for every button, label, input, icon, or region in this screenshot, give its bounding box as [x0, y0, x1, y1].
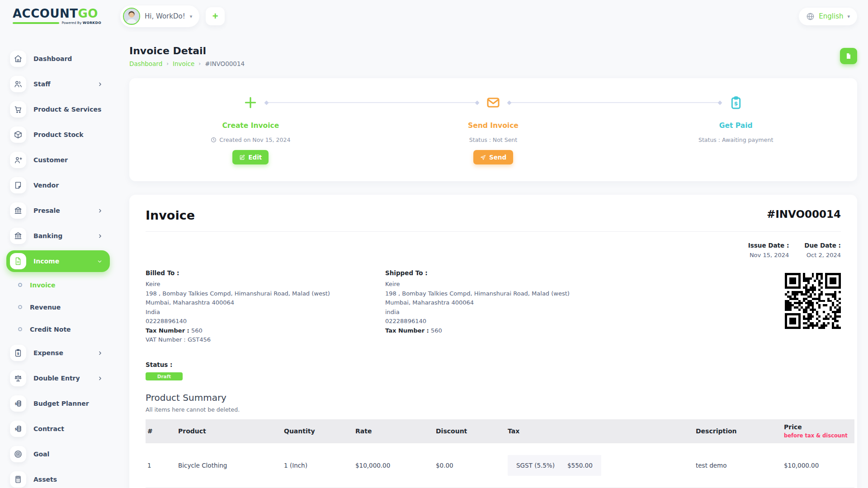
shipped-to-heading: Shipped To : [385, 269, 785, 277]
sidebar-item-label: Staff [33, 80, 51, 88]
step-connector [509, 102, 721, 103]
chevron-icon [97, 350, 103, 356]
mail-icon [481, 94, 505, 112]
step-meta-text: Created on Nov 15, 2024 [219, 136, 290, 143]
sidebar-item-assets[interactable]: Assets [0, 467, 118, 488]
language-selector[interactable]: English ▾ [799, 8, 857, 25]
main-content: Invoice Detail Dashboard › Invoice › #IN… [118, 33, 868, 488]
chevron-icon [97, 233, 103, 239]
sidebar-item-label: Double Entry [33, 375, 80, 382]
invoice-title: Invoice [146, 208, 195, 222]
shipped-to-block: Shipped To : Keire 198 , Bombay Talkies … [385, 269, 785, 345]
calculator-icon [10, 471, 26, 488]
invoice-dates: Issue Date : Nov 15, 2024 Due Date : Oct… [146, 242, 841, 258]
step-meta-text: Status : Not Sent [469, 136, 517, 143]
sidebar-item-contract[interactable]: $ Contract [0, 416, 118, 441]
logo-text-primary: ACCOUNT [13, 7, 78, 20]
sidebar-subitem-label: Revenue [30, 304, 61, 311]
chevron-down-icon: ▾ [190, 14, 193, 19]
billed-to-address1: 198 , Bombay Talkies Compd, Himanshurai … [146, 289, 385, 299]
edit-button[interactable]: Edit [232, 150, 269, 164]
cell-description: test demo [694, 443, 782, 488]
product-summary-subtitle: All items here cannot be deleted. [146, 406, 841, 413]
shipped-to-country: india [385, 308, 785, 317]
sidebar-item-label: Budget Planner [33, 400, 89, 407]
chevron-down-icon: ▾ [847, 14, 850, 19]
billed-to-name: Keire [146, 280, 385, 289]
sidebar-item-label: Vendor [33, 182, 59, 189]
billed-to-phone: 02228896140 [146, 317, 385, 326]
cell-tax: SGST (5.5%) $550.00 [506, 443, 694, 488]
table-row: 1 Bicycle Clothing 1 (Inch) $10,000.00 $… [146, 443, 854, 488]
chevron-icon [97, 208, 103, 214]
col-description: Description [694, 419, 782, 443]
invoice-card: Invoice #INVO00014 Issue Date : Nov 15, … [129, 195, 857, 488]
sidebar-item-label: Product Stock [33, 131, 84, 138]
due-date-value: Oct 2, 2024 [804, 252, 841, 258]
sidebar-item-staff[interactable]: Staff [0, 71, 118, 97]
breadcrumb-dashboard[interactable]: Dashboard [129, 60, 162, 67]
cell-product: Bicycle Clothing [176, 443, 282, 488]
users-icon [10, 76, 26, 92]
billed-to-country: India [146, 308, 385, 317]
language-label: English [819, 12, 843, 20]
sidebar-item-label: Goal [33, 450, 49, 458]
pencil-icon [239, 155, 245, 160]
step-send-invoice: Send Invoice Status : Not Sent Send [372, 94, 615, 164]
step-create-invoice: Create Invoice Created on Nov 15, 2024 E… [129, 94, 372, 164]
col-num: # [146, 419, 176, 443]
sidebar-item-label: Dashboard [33, 55, 72, 62]
sidebar-item-budget-planner[interactable]: $ Budget Planner [0, 391, 118, 416]
svg-text:$: $ [15, 427, 17, 431]
sidebar-item-revenue[interactable]: Revenue [0, 296, 118, 318]
shipped-to-tax-number: Tax Number : 560 [385, 326, 785, 336]
invoice-qr-code [785, 273, 841, 329]
billed-to-vat-number: VAT Number : GST456 [146, 335, 385, 345]
sidebar-item-customer[interactable]: Customer [0, 147, 118, 173]
cell-quantity: 1 (Inch) [282, 443, 354, 488]
svg-text:$: $ [734, 100, 738, 107]
sidebar-item-label: Customer [33, 156, 68, 164]
status-badge: Draft [146, 372, 183, 380]
globe-icon [806, 12, 815, 21]
export-document-button[interactable] [840, 48, 857, 64]
user-menu[interactable]: Hi, WorkDo! ▾ [120, 5, 199, 27]
step-title: Create Invoice [222, 122, 279, 130]
sidebar-item-product-services[interactable]: Product & Services [0, 97, 118, 122]
breadcrumb-current: #INVO00014 [205, 60, 245, 67]
paid-clipboard-icon: $ [724, 94, 748, 112]
send-button[interactable]: Send [473, 150, 513, 164]
cell-num: 1 [146, 443, 176, 488]
sidebar-item-product-stock[interactable]: Product Stock [0, 122, 118, 147]
sidebar-item-invoice[interactable]: Invoice [0, 274, 118, 296]
sidebar-item-dashboard[interactable]: Dashboard [0, 46, 118, 71]
chevron-right-icon: › [198, 61, 201, 67]
logo-text: ACCOUNTGO [13, 8, 120, 19]
invoice-process-card: Create Invoice Created on Nov 15, 2024 E… [129, 78, 857, 181]
step-title: Get Paid [719, 122, 753, 130]
sidebar-item-double-entry[interactable]: Double Entry [0, 366, 118, 391]
clock-icon [211, 137, 217, 143]
topbar: ACCOUNTGO Powered By WORKDO Hi, WorkDo! … [0, 0, 868, 33]
sidebar-item-banking[interactable]: Banking [0, 223, 118, 249]
sidebar-item-income[interactable]: Income [6, 250, 110, 272]
add-button[interactable]: + [206, 7, 225, 25]
breadcrumb-invoice[interactable]: Invoice [173, 60, 194, 67]
app-logo[interactable]: ACCOUNTGO Powered By WORKDO [13, 8, 120, 25]
plus-icon [239, 94, 262, 112]
file-icon [10, 253, 26, 269]
chevron-right-icon: › [166, 61, 169, 67]
home-icon [10, 51, 26, 67]
issue-date-value: Nov 15, 2024 [748, 252, 789, 258]
invoice-number: #INVO00014 [767, 208, 841, 220]
bullet-icon [18, 283, 22, 287]
sidebar-item-vendor[interactable]: Vendor [0, 173, 118, 198]
sidebar-item-expense[interactable]: $ Expense [0, 340, 118, 366]
chevron-icon [97, 81, 103, 87]
col-tax: Tax [506, 419, 694, 443]
sidebar-item-presale[interactable]: Presale [0, 198, 118, 223]
breadcrumb: Dashboard › Invoice › #INVO00014 [129, 60, 245, 67]
paper-plane-icon [480, 155, 486, 160]
sidebar-item-credit-note[interactable]: Credit Note [0, 318, 118, 340]
sidebar-item-goal[interactable]: Goal [0, 441, 118, 467]
